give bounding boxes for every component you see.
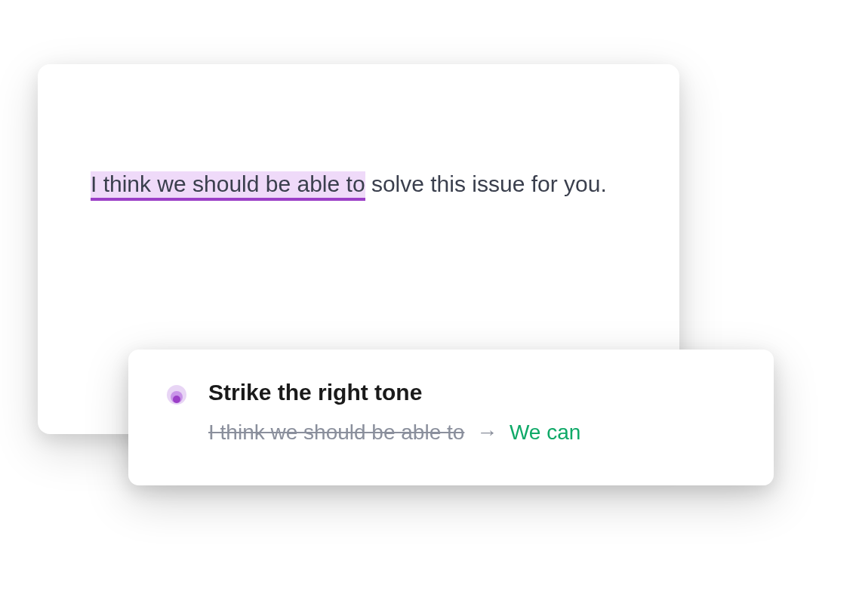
suggestion-replacement-text: We can	[510, 420, 580, 444]
arrow-icon: →	[476, 420, 497, 444]
suggestion-card[interactable]: Strike the right tone I think we should …	[128, 350, 774, 485]
editor-text-area[interactable]: I think we should be able to solve this …	[91, 162, 627, 205]
suggestion-change[interactable]: I think we should be able to → We can	[208, 417, 736, 447]
suggestion-content: Strike the right tone I think we should …	[208, 380, 736, 447]
tone-icon	[166, 384, 187, 405]
suggestion-original-text: I think we should be able to	[208, 420, 464, 444]
svg-point-2	[173, 396, 180, 403]
editor-remaining-text: solve this issue for you.	[365, 171, 607, 196]
highlighted-text[interactable]: I think we should be able to	[91, 171, 365, 201]
suggestion-title: Strike the right tone	[208, 380, 736, 405]
